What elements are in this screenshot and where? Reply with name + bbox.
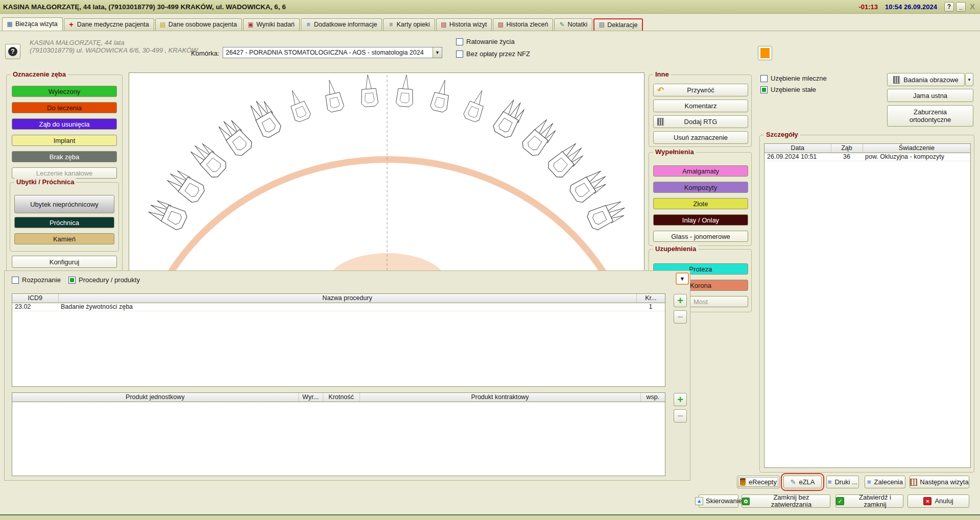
- minimize-button[interactable]: _: [956, 2, 966, 12]
- jama-ustna-button[interactable]: Jama ustna: [887, 89, 973, 102]
- dental-chart-panel[interactable]: [129, 72, 644, 271]
- col-nazwa-procedury[interactable]: Nazwa procedury: [58, 294, 636, 303]
- col-wsp[interactable]: wsp.: [640, 393, 665, 402]
- info-icon: ≡: [305, 21, 312, 28]
- kamien-button[interactable]: Kamień: [14, 233, 114, 244]
- zatwierdz-i-zamknij-button[interactable]: ✓ Zatwierdź i zamknij: [835, 494, 903, 508]
- recommendations-list-icon: ≡: [867, 479, 871, 486]
- table-row[interactable]: 26.09.2024 10:51 36 pow. Okluzyjna - kom…: [764, 153, 970, 161]
- anuluj-button[interactable]: × Anuluj: [907, 494, 969, 508]
- col-swiadczenie[interactable]: Świadczenie: [863, 144, 970, 153]
- tab-dane-medyczne[interactable]: + Dane medyczne pacjenta: [64, 18, 154, 31]
- remove-product-button[interactable]: −: [674, 409, 687, 423]
- group-szczegoly: Szczegóły Data Ząb Świadczenie 26.09.202…: [759, 135, 974, 473]
- checkbox-checked-icon: [760, 86, 768, 93]
- tab-historia-wizyt[interactable]: ▤ Historia wizyt: [436, 18, 492, 31]
- table-row[interactable]: 23.02 Badanie żywotności zęba 1: [12, 303, 665, 311]
- amalgamaty-button[interactable]: Amalgamaty: [653, 165, 748, 177]
- tab-biezaca-wizyta[interactable]: ▦ Bieżąca wizyta: [2, 17, 63, 31]
- przywroc-button[interactable]: ↶ Przywróć: [653, 84, 748, 96]
- patient-help-button[interactable]: ?: [5, 44, 20, 59]
- products-table[interactable]: Produkt jednostkowy Wyr... Krotność Prod…: [12, 392, 665, 476]
- col-krotnosc2[interactable]: Krotność: [323, 393, 360, 402]
- glass-jonomerowe-button[interactable]: Glass - jonomerowe: [653, 231, 748, 242]
- add-product-button[interactable]: +: [674, 393, 687, 406]
- konfiguruj-button[interactable]: Konfiguruj: [12, 256, 117, 268]
- tab-notatki[interactable]: ✎ Notatki: [554, 18, 592, 31]
- usun-zaznaczenie-button[interactable]: Usuń zaznaczenie: [653, 131, 748, 144]
- wyleczony-button[interactable]: Wyleczony: [12, 86, 117, 97]
- dodaj-rtg-button[interactable]: Dodaj RTG: [653, 115, 748, 128]
- group-wypelnienia: Wypełnienia Amalgamaty Kompozyty Złote I…: [649, 152, 752, 246]
- minus-icon: −: [677, 411, 683, 420]
- collapse-panel-button[interactable]: ▼: [676, 273, 689, 285]
- druki-button[interactable]: ≡ Druki ...: [826, 476, 859, 488]
- checkbox-bez-oplaty-nfz[interactable]: Bez opłaty przez NFZ: [456, 50, 530, 58]
- green-circle-icon: [742, 498, 750, 505]
- brak-zeba-button[interactable]: Brak zęba: [12, 151, 117, 162]
- erecepty-button[interactable]: eRecepty: [737, 476, 780, 488]
- nastepna-wizyta-button[interactable]: Następna wizyta: [910, 476, 969, 488]
- skierowanie-button[interactable]: ▲ Skierowanie: [699, 494, 738, 508]
- ubytek-nieprochnicowy-button[interactable]: Ubytek niepróchnicowy: [14, 195, 114, 213]
- komentarz-button[interactable]: Komentarz: [653, 100, 748, 112]
- szczegoly-table[interactable]: Data Ząb Świadczenie 26.09.2024 10:51 36…: [764, 143, 971, 468]
- add-procedure-button[interactable]: +: [674, 294, 687, 307]
- close-button[interactable]: X: [968, 2, 977, 12]
- print-list-icon: ≡: [828, 479, 832, 486]
- zamknij-bez-zatwierdzania-button[interactable]: Zamknij bez zatwierdzania: [742, 494, 830, 508]
- question-icon: ?: [8, 47, 17, 56]
- chevron-down-icon[interactable]: ▼: [433, 47, 442, 58]
- checkbox-uzebienie-stale[interactable]: Uzębienie stałe: [760, 86, 816, 93]
- col-produkt-kontraktowy[interactable]: Produkt kontraktowy: [360, 393, 640, 402]
- plus-icon: +: [677, 395, 683, 404]
- col-krotnosc[interactable]: Kr...: [636, 294, 665, 303]
- dental-arch-diagram: [129, 73, 644, 271]
- badania-obrazowe-dropdown[interactable]: ▼: [965, 73, 973, 86]
- checkbox-uzebienie-mleczne[interactable]: Uzębienie mleczne: [760, 75, 827, 82]
- icd-procedures-table[interactable]: ICD9 Nazwa procedury Kr... 23.02 Badanie…: [12, 293, 665, 387]
- komorka-select[interactable]: 26427 - PORADNIA STOMATOLOGICZNA - AOS -…: [223, 47, 442, 58]
- chevron-down-icon: ▼: [680, 276, 685, 282]
- orders-history-icon: ▤: [497, 21, 504, 28]
- patient-address-line: (79103018779) ul. WADOWICKA 6/6, 30-499 …: [30, 46, 198, 54]
- checkbox-ratowanie-zycia[interactable]: Ratowanie życia: [456, 38, 515, 45]
- kompozyty-button[interactable]: Kompozyty: [653, 182, 748, 193]
- ezla-button[interactable]: ✎ eZLA: [783, 476, 822, 488]
- checkbox-icon: [456, 38, 463, 45]
- window-title: KASINA MAŁGORZATĘ, 44 lata, (79103018779…: [3, 3, 286, 11]
- declarations-icon: ▤: [598, 21, 605, 28]
- checkbox-rozpoznanie[interactable]: Rozpoznanie: [12, 276, 61, 284]
- tab-dodatkowe-informacje[interactable]: ≡ Dodatkowe informacje: [301, 18, 383, 31]
- checkbox-icon: [760, 75, 768, 82]
- orange-marker-button[interactable]: [758, 46, 772, 60]
- tab-historia-zlecen[interactable]: ▤ Historia zleceń: [493, 18, 553, 31]
- prochnica-button[interactable]: Próchnica: [14, 217, 114, 228]
- col-wyr[interactable]: Wyr...: [298, 393, 323, 402]
- tab-deklaracje[interactable]: ▤ Deklaracje: [593, 18, 643, 31]
- checkbox-procedury-produkty[interactable]: Procedury / produkty: [68, 276, 140, 284]
- referral-arrow-icon: ▲: [695, 497, 703, 505]
- red-x-icon: ×: [923, 497, 931, 505]
- col-zab[interactable]: Ząb: [831, 144, 863, 153]
- zab-do-usuniecia-button[interactable]: Ząb do usunięcia: [12, 118, 117, 130]
- help-window-button[interactable]: ?: [944, 2, 954, 12]
- green-check-icon: ✓: [836, 497, 844, 505]
- do-leczenia-button[interactable]: Do leczenia: [12, 102, 117, 113]
- remove-procedure-button[interactable]: −: [674, 310, 687, 324]
- col-data[interactable]: Data: [764, 144, 831, 153]
- leczenie-kanalowe-button[interactable]: Leczenie kanałowe: [12, 167, 117, 179]
- personal-data-icon: ▤: [159, 21, 166, 28]
- tab-dane-osobowe[interactable]: ▤ Dane osobowe pacjenta: [155, 18, 242, 31]
- checkbox-icon: [456, 51, 463, 58]
- zaburzenia-ortodontyczne-button[interactable]: Zaburzenia ortodontyczne: [887, 105, 973, 127]
- inlay-onlay-button[interactable]: Inlay / Onlay: [653, 214, 748, 226]
- col-produkt-jednostkowy[interactable]: Produkt jednostkowy: [12, 393, 298, 402]
- implant-button[interactable]: Implant: [12, 135, 117, 146]
- zalecenia-button[interactable]: ≡ Zalecenia: [865, 476, 905, 488]
- tab-wyniki-badan[interactable]: ▣ Wyniki badań: [243, 18, 300, 31]
- tab-karty-opieki[interactable]: ≡ Karty opieki: [383, 18, 435, 31]
- zlote-button[interactable]: Złote: [653, 198, 748, 209]
- col-icd9[interactable]: ICD9: [12, 294, 58, 303]
- badania-obrazowe-button[interactable]: Badania obrazowe: [887, 73, 965, 86]
